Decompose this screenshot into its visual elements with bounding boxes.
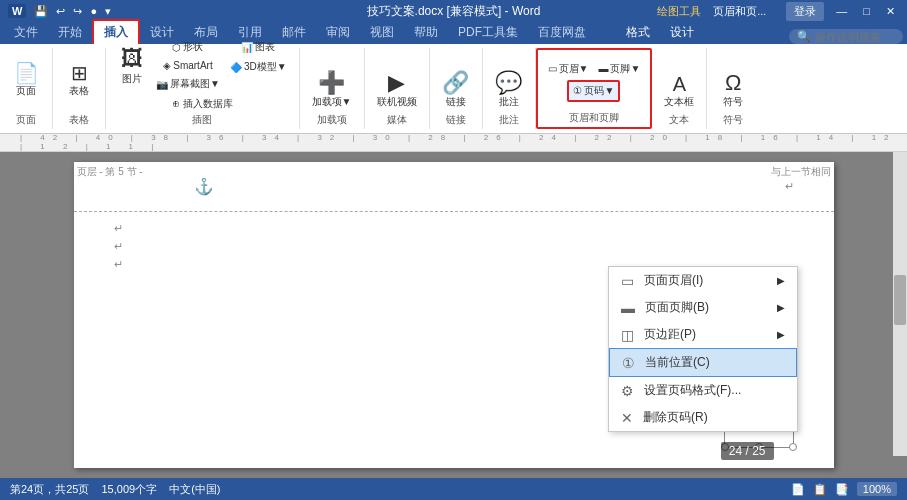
chart-icon: 📊 bbox=[241, 42, 253, 53]
group-header-footer: ▭页眉▼ ▬页脚▼ ① 页码▼ 页眉和页脚 bbox=[536, 48, 653, 129]
redo-quick-btn[interactable]: ↪ bbox=[71, 5, 84, 18]
header-footer-buttons: ▭页眉▼ ▬页脚▼ ① 页码▼ bbox=[544, 52, 645, 109]
smartart-icon: ◈ bbox=[163, 60, 171, 71]
link-btn[interactable]: 🔗 链接 bbox=[438, 70, 474, 111]
context-tab-header: 页眉和页... bbox=[713, 4, 766, 19]
group-table: ⊞ 表格 表格 bbox=[53, 48, 106, 129]
dropdown-menu: ▭ 页面页眉(I) ▶ ▬ 页面页脚(B) ▶ ◫ 页边距(P) ▶ ① 当前位… bbox=[608, 266, 798, 432]
group-page: 📄 页面 页面 bbox=[0, 48, 53, 129]
insert-db-btn[interactable]: ⊕ 插入数据库 bbox=[114, 97, 291, 111]
page-btn[interactable]: 📄 页面 bbox=[8, 61, 44, 100]
dropdown-item-margin[interactable]: ◫ 页边距(P) ▶ bbox=[609, 321, 797, 348]
page-buttons: 📄 页面 bbox=[8, 50, 44, 111]
ribbon-content: 📄 页面 页面 ⊞ 表格 表格 🖼 图片 bbox=[0, 44, 907, 134]
textbox-icon: A bbox=[673, 74, 686, 94]
table-btn[interactable]: ⊞ 表格 bbox=[61, 61, 97, 100]
group-symbol-label: 符号 bbox=[723, 113, 743, 127]
page-number-label: 页码▼ bbox=[584, 84, 614, 98]
view-icon-2[interactable]: 📋 bbox=[813, 483, 827, 496]
v-scrollbar[interactable] bbox=[893, 152, 907, 456]
quick-access-toolbar: 💾 ↩ ↪ ● ▾ bbox=[32, 5, 113, 18]
tab-pdf[interactable]: PDF工具集 bbox=[448, 21, 528, 44]
status-right: 📄 📋 📑 100% bbox=[791, 482, 897, 496]
group-media: ▶ 联机视频 媒体 bbox=[365, 48, 430, 129]
close-button[interactable]: ✕ bbox=[882, 5, 899, 18]
anchor-icon: ⚓ bbox=[194, 177, 214, 196]
group-illustration: 🖼 图片 ⬡ 形状 ◈ SmartArt 📷 屏幕截图▼ bbox=[106, 48, 300, 129]
page-number-icon: ① bbox=[573, 85, 582, 96]
tab-view[interactable]: 视图 bbox=[360, 21, 404, 44]
page-label: 页面 bbox=[16, 84, 36, 98]
tab-design2[interactable]: 设计 bbox=[660, 21, 704, 44]
view-icon-3[interactable]: 📑 bbox=[835, 483, 849, 496]
header-menu-label: 页面页眉(I) bbox=[644, 272, 703, 289]
login-button[interactable]: 登录 bbox=[786, 2, 824, 21]
title-bar-left: W 💾 ↩ ↪ ● ▾ bbox=[8, 4, 113, 18]
dropdown-item-current[interactable]: ① 当前位置(C) bbox=[609, 348, 797, 377]
format-menu-label: 设置页码格式(F)... bbox=[644, 382, 741, 399]
dropdown-item-format[interactable]: ⚙ 设置页码格式(F)... bbox=[609, 377, 797, 404]
page-number-btn[interactable]: ① 页码▼ bbox=[567, 80, 620, 102]
minimize-button[interactable]: — bbox=[832, 5, 851, 17]
screenshot-btn[interactable]: 📷 屏幕截图▼ bbox=[152, 75, 224, 93]
online-video-btn[interactable]: ▶ 联机视频 bbox=[373, 70, 421, 111]
footer-menu-label: 页面页脚(B) bbox=[645, 299, 709, 316]
save-quick-btn[interactable]: 💾 bbox=[32, 5, 50, 18]
ruler-area: | 42 | 40 | 38 | 36 | 34 | 32 | 30 | 28 … bbox=[0, 134, 907, 152]
status-lang: 中文(中国) bbox=[169, 482, 220, 497]
tab-file[interactable]: 文件 bbox=[4, 21, 48, 44]
page-footer-btn[interactable]: ▬页脚▼ bbox=[594, 60, 644, 78]
symbol-icon: Ω bbox=[725, 72, 741, 94]
view-icon-1[interactable]: 📄 bbox=[791, 483, 805, 496]
tab-start[interactable]: 开始 bbox=[48, 21, 92, 44]
link-label: 链接 bbox=[446, 95, 466, 109]
tab-baidu[interactable]: 百度网盘 bbox=[528, 21, 596, 44]
maximize-button[interactable]: □ bbox=[859, 5, 874, 17]
picture-btn[interactable]: 🖼 图片 bbox=[114, 38, 150, 93]
margin-arrow-icon: ▶ bbox=[777, 329, 785, 340]
symbol-btn[interactable]: Ω 符号 bbox=[715, 70, 751, 111]
textbox-label: 文本框 bbox=[664, 95, 694, 109]
smartart-btn[interactable]: ◈ SmartArt bbox=[152, 58, 224, 73]
context-tab-drawing: 绘图工具 bbox=[657, 4, 701, 19]
tab-review[interactable]: 审阅 bbox=[316, 21, 360, 44]
dropdown-quick-btn[interactable]: ▾ bbox=[103, 5, 113, 18]
v-scroll-thumb[interactable] bbox=[894, 275, 906, 325]
shape-btn[interactable]: ⬡ 形状 bbox=[152, 38, 224, 56]
comment-btn[interactable]: 💬 批注 bbox=[491, 70, 527, 111]
addon-btn[interactable]: ➕ 加载项▼ bbox=[308, 70, 356, 111]
current-menu-icon: ① bbox=[622, 355, 635, 371]
search-area: 🔍 bbox=[789, 29, 903, 44]
doc-scroll-area: 页层 - 第 5 节 - 与上一节相同 ⚓ ↵ ↵ ↵ ↵ bbox=[0, 152, 907, 478]
body-line-1: ↵ bbox=[114, 222, 794, 240]
page-header-btn[interactable]: ▭页眉▼ bbox=[544, 60, 593, 78]
search-input[interactable] bbox=[815, 31, 895, 43]
record-quick-btn[interactable]: ● bbox=[88, 5, 99, 17]
page-number-text: 24 / 25 bbox=[729, 444, 766, 458]
group-comment: 💬 批注 批注 bbox=[483, 48, 536, 129]
dropdown-item-page-header[interactable]: ▭ 页面页眉(I) ▶ bbox=[609, 267, 797, 294]
delete-menu-icon: ✕ bbox=[621, 410, 633, 426]
addon-label: 加载项▼ bbox=[312, 95, 352, 109]
header-icon: ▭ bbox=[548, 63, 557, 74]
undo-quick-btn[interactable]: ↩ bbox=[54, 5, 67, 18]
group-illustration-label: 插图 bbox=[192, 113, 212, 127]
video-icon: ▶ bbox=[388, 72, 405, 94]
textbox-btn[interactable]: A 文本框 bbox=[660, 72, 698, 111]
dropdown-item-delete[interactable]: ✕ 删除页码(R) bbox=[609, 404, 797, 431]
word-icon: W bbox=[8, 4, 26, 18]
page-icon: 📄 bbox=[14, 63, 39, 83]
tab-help[interactable]: 帮助 bbox=[404, 21, 448, 44]
header-right-label: 与上一节相同 bbox=[768, 164, 834, 180]
group-addon: ➕ 加载项▼ 加载项 bbox=[300, 48, 365, 129]
status-left: 第24页，共25页 15,009个字 中文(中国) bbox=[10, 482, 220, 497]
tab-format[interactable]: 格式 bbox=[616, 21, 660, 44]
group-link: 🔗 链接 链接 bbox=[430, 48, 483, 129]
page-number-badge: 24 / 25 bbox=[721, 442, 774, 460]
link-icon: 🔗 bbox=[442, 72, 469, 94]
3d-icon: 🔷 bbox=[230, 62, 242, 73]
3d-btn[interactable]: 🔷 3D模型▼ bbox=[226, 58, 291, 76]
chart-btn[interactable]: 📊 图表 bbox=[226, 38, 291, 56]
zoom-level[interactable]: 100% bbox=[857, 482, 897, 496]
dropdown-item-page-footer[interactable]: ▬ 页面页脚(B) ▶ bbox=[609, 294, 797, 321]
